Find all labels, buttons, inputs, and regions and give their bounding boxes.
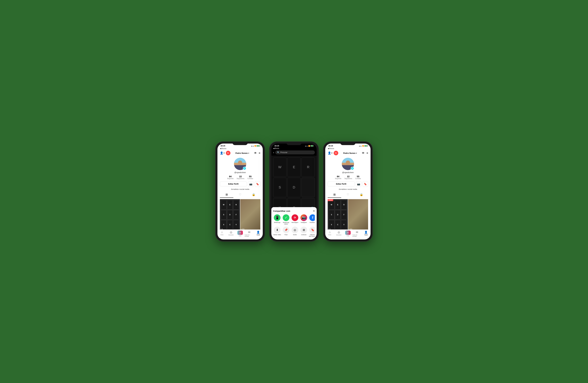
nav-perfil-3[interactable]: 👤 Perfil xyxy=(361,230,371,237)
key3-f: F xyxy=(341,210,347,220)
home-icon-1: ⌂ xyxy=(221,230,223,234)
menu-icon-1[interactable]: ≡ xyxy=(259,152,260,155)
back-button-1[interactable]: ◀ Busca xyxy=(220,148,226,150)
stat-seguindo-3[interactable]: 84 Seguindo xyxy=(335,175,341,180)
edit-profile-btn-3[interactable]: Editar Perfil xyxy=(328,181,355,186)
tabs-row-1: ⊞ ♡ 🔒 xyxy=(220,192,260,198)
share-save-2[interactable]: ⬇ Salvar vídeo xyxy=(273,226,281,237)
tab-videos-3[interactable]: ⊞ xyxy=(328,192,341,198)
bookmark-btn-3[interactable]: 🔖 xyxy=(363,181,368,187)
profile-avatar-container-1: + xyxy=(234,158,246,170)
signal-icon-2: ▲▲ xyxy=(305,145,308,147)
create-btn-3[interactable]: + xyxy=(345,230,351,235)
back-button-3[interactable]: ◀ Busca xyxy=(328,148,334,150)
time-1: 16:15 xyxy=(220,145,225,147)
nav-descobrir-1[interactable]: ◎ Descobrir xyxy=(227,230,235,237)
profile-username-3: @opedrohen xyxy=(342,171,354,174)
menu-icon-3[interactable]: ≡ xyxy=(366,152,368,155)
video-thumb-3-1[interactable]: W E R S D F X C V Fixado ▷ 0 xyxy=(328,199,348,229)
share-dueto-2[interactable]: ◎ Dueto xyxy=(291,226,299,237)
avatar-nav-1[interactable]: RS xyxy=(226,151,231,155)
nav-inbox-3[interactable]: ✉ Caixa de entrada xyxy=(353,230,361,237)
stat-curtidas-3[interactable]: 55 Curtidas xyxy=(355,175,361,180)
status-icons-3: ▲▲ 📶 xyxy=(359,145,368,147)
username-nav-1[interactable]: Pedro Nunes ∨ xyxy=(235,152,249,154)
facebook-icon-2: f xyxy=(309,214,315,221)
nav-criar-3[interactable]: + Criar xyxy=(343,230,352,237)
tab-videos-1[interactable]: ⊞ xyxy=(220,192,233,198)
tab-liked-3[interactable]: ♡ xyxy=(341,192,355,198)
eye-icon-1[interactable]: 👁 xyxy=(254,152,257,155)
fixar-icon-2: 📌 xyxy=(283,226,289,233)
stat-seguindo-1[interactable]: 84 Seguindo xyxy=(227,175,233,180)
nav-inicio-1[interactable]: ⌂ Início xyxy=(217,230,227,237)
profile-content-1: + @opedrohen 84 Seguindo 22 Seguidores 5… xyxy=(217,157,263,229)
instagram-btn-1[interactable]: 📷 xyxy=(248,181,253,187)
tabs-row-3: ⊞ ♡ 🔒 xyxy=(328,192,368,198)
share-apps-row-2: 📱 WhatsApp ✓ WhatsApp status ✈ Mensagem … xyxy=(273,214,315,225)
share-close-btn-2[interactable]: ✕ xyxy=(313,210,315,212)
profile-icon-3: 👤 xyxy=(364,230,368,234)
nav-descobrir-3[interactable]: ◎ Descobrir xyxy=(334,230,343,237)
share-whatsapp-2[interactable]: 📱 WhatsApp xyxy=(273,214,281,225)
tab-liked-1[interactable]: ♡ xyxy=(233,192,247,198)
add-user-icon-1[interactable]: 👤+ xyxy=(220,151,225,155)
instagram-btn-3[interactable]: 📷 xyxy=(356,181,361,187)
share-header-2: Compartilhar com ✕ xyxy=(273,210,315,212)
costurar-icon-2: ⊞ xyxy=(300,226,307,233)
action-row-3: Editar Perfil 📷 🔖 xyxy=(328,181,368,187)
nav-criar-1[interactable]: + Criar xyxy=(235,230,245,237)
add-avatar-btn-1[interactable]: + xyxy=(243,167,246,170)
key-f: F xyxy=(233,210,239,220)
video-fullscreen-2[interactable]: W E R S D X C xyxy=(271,156,317,239)
home-icon-3: ⌂ xyxy=(329,230,331,234)
bio-3: Jornalista e social media xyxy=(339,188,357,190)
video-thumb-1-2[interactable]: ▷ 551 xyxy=(240,199,260,229)
nav-inbox-1[interactable]: ✉ Caixa de entrada xyxy=(245,230,254,237)
create-btn-1[interactable]: + xyxy=(237,230,243,235)
video-thumb-3-2[interactable]: ▷ 551 xyxy=(348,199,368,229)
share-instagram-2[interactable]: 📷 Instagram xyxy=(300,214,308,225)
stat-curtidas-1[interactable]: 55 Curtidas xyxy=(248,175,253,180)
share-mensagem-2[interactable]: ✈ Mensagem xyxy=(291,214,299,225)
search-input-2[interactable]: 🔍 Procurar xyxy=(275,150,315,155)
avatar-nav-3[interactable]: RS xyxy=(334,151,338,155)
nav-perfil-1[interactable]: 👤 Perfil xyxy=(254,230,263,237)
username-nav-3[interactable]: Pedro Nunes ∨ xyxy=(343,152,357,154)
share-costurar-2[interactable]: ⊞ Costurar xyxy=(300,226,308,237)
phone-1: 16:15 ▲▲ 📶 ◀ Busca 👤+ RS Pedro Nunes xyxy=(216,142,265,241)
instagram-label-2: Instagram xyxy=(301,222,307,223)
battery-icon-1 xyxy=(257,145,260,147)
facebook-label-2: Facebook xyxy=(310,222,315,223)
bookmark-btn-1[interactable]: 🔖 xyxy=(255,181,260,187)
add-avatar-btn-3[interactable]: + xyxy=(351,167,354,170)
video-thumb-1-1[interactable]: W E R S D F X C V ▷ 0 xyxy=(220,199,240,229)
share-fixar-2[interactable]: 📌 Fixar xyxy=(282,226,290,237)
key3-v: V xyxy=(341,220,347,229)
edit-profile-btn-1[interactable]: Editar Perfil xyxy=(220,181,247,186)
action-row-1: Editar Perfil 📷 🔖 xyxy=(220,181,260,187)
play-count-1-1: ▷ 0 xyxy=(220,228,223,229)
stat-seguidores-3[interactable]: 22 Seguidores xyxy=(344,175,352,180)
search-bar-2: ‹ 🔍 Procurar xyxy=(271,150,317,156)
notch-3 xyxy=(340,142,356,145)
battery-icon-3 xyxy=(364,145,368,147)
status-icons-2: ▲▲ 📶 xyxy=(305,145,314,147)
mensagem-icon-2: ✈ xyxy=(292,214,298,221)
share-whatsapp-status-2[interactable]: ✓ WhatsApp status xyxy=(282,214,290,225)
share-facebook-2[interactable]: f Facebook xyxy=(309,214,315,225)
back-icon-2[interactable]: ‹ xyxy=(273,151,274,154)
notch-1 xyxy=(232,142,248,145)
nav-inicio-3[interactable]: ⌂ Início xyxy=(325,230,334,237)
key3-c: C xyxy=(335,220,341,229)
eye-icon-3[interactable]: 👁 xyxy=(362,152,365,155)
share-favoritos-2[interactable]: 🔖 Adicionar aos Favori... xyxy=(309,226,315,237)
key-x: X xyxy=(221,220,227,229)
discover-icon-3: ◎ xyxy=(338,230,340,234)
tab-private-1[interactable]: 🔒 xyxy=(247,192,260,198)
wifi-icon-3: 📶 xyxy=(362,145,364,147)
key-r: R xyxy=(233,200,239,210)
tab-private-3[interactable]: 🔒 xyxy=(355,192,368,198)
add-user-icon-3[interactable]: 👤+ xyxy=(328,151,333,155)
stat-seguidores-1[interactable]: 22 Seguidores xyxy=(237,175,244,180)
